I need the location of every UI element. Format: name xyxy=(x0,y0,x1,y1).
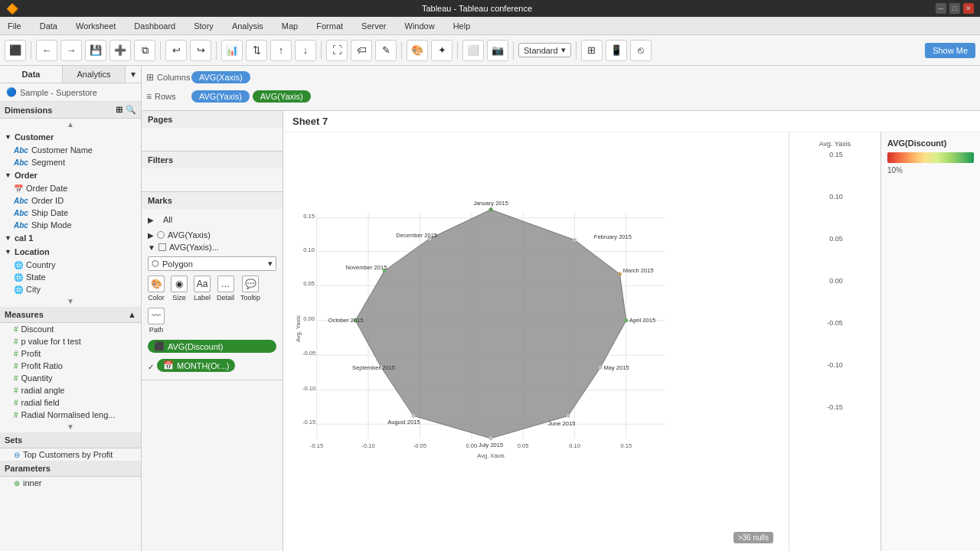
marks-polygon-dropdown[interactable]: ⬡ Polygon ▾ xyxy=(148,256,276,271)
view-button[interactable]: ⊞ xyxy=(581,40,603,61)
chart-type-button[interactable]: 📊 xyxy=(221,40,243,61)
marks-avg-yaxis-circle-label[interactable]: AVG(Yaxis) xyxy=(168,230,211,240)
abc-icon: Abc xyxy=(14,209,28,217)
menu-format[interactable]: Format xyxy=(312,20,348,32)
menu-file[interactable]: File xyxy=(3,20,26,32)
close-button[interactable]: ✕ xyxy=(963,3,974,14)
ship-date-field[interactable]: Abc Ship Date xyxy=(0,207,141,219)
annotate-button[interactable]: ✎ xyxy=(375,40,397,61)
sep7 xyxy=(513,41,514,60)
measures-section-header[interactable]: Measures ▲ xyxy=(0,307,141,323)
window-controls[interactable]: ─ □ ✕ xyxy=(936,3,974,14)
profit-field[interactable]: # Profit xyxy=(0,347,141,360)
show-me-button[interactable]: Show Me xyxy=(925,43,975,58)
camera-button[interactable]: 📷 xyxy=(487,40,508,61)
menu-worksheet[interactable]: Worksheet xyxy=(71,20,120,32)
frame-button[interactable]: ⬜ xyxy=(462,40,484,61)
polygon-arrow-icon: ▾ xyxy=(268,259,273,269)
null-badge[interactable]: >36 nulls xyxy=(733,532,773,543)
minimize-button[interactable]: ─ xyxy=(936,3,946,14)
customer-name-field[interactable]: Abc Customer Name xyxy=(0,144,141,156)
city-field[interactable]: 🌐 City xyxy=(0,283,141,295)
sep5 xyxy=(401,41,402,60)
redo-button[interactable]: ↪ xyxy=(190,40,211,61)
quantity-field[interactable]: # Quantity xyxy=(0,372,141,384)
menu-help[interactable]: Help xyxy=(449,20,475,32)
dimensions-section-header[interactable]: Dimensions ⊞ 🔍 xyxy=(0,102,141,119)
menu-analysis[interactable]: Analysis xyxy=(227,20,268,32)
dimensions-grid-icon[interactable]: ⊞ xyxy=(116,105,122,115)
undo-button[interactable]: ↩ xyxy=(165,40,187,61)
rows-pill-avg-yaxis-2[interactable]: AVG(Yaxis) xyxy=(253,90,311,103)
color-button[interactable]: 🎨 Color xyxy=(148,276,165,302)
panel-tab-arrow[interactable]: ▾ xyxy=(126,66,141,83)
measures-expand-icon[interactable]: ▲ xyxy=(128,310,136,319)
save-button[interactable]: 💾 xyxy=(85,40,106,61)
back-button[interactable]: ← xyxy=(36,40,57,61)
share-button[interactable]: ⎋ xyxy=(630,40,652,61)
profit-ratio-field[interactable]: # Profit Ratio xyxy=(0,360,141,372)
order-date-field[interactable]: 📅 Order Date xyxy=(0,182,141,194)
group-button[interactable]: ⛶ xyxy=(326,40,348,61)
radial-angle-field[interactable]: # radial angle xyxy=(0,384,141,396)
new-button[interactable]: ⬛ xyxy=(5,40,26,61)
detail-button[interactable]: … Detail xyxy=(217,276,234,302)
dimensions-search-icon[interactable]: 🔍 xyxy=(126,105,136,115)
maximize-button[interactable]: □ xyxy=(949,3,960,14)
menu-map[interactable]: Map xyxy=(277,20,302,32)
tooltip-button[interactable]: 💬 Tooltip xyxy=(240,276,260,302)
ship-date-label: Ship Date xyxy=(31,208,68,217)
tab-analytics[interactable]: Analytics xyxy=(63,66,126,83)
radial-field-field[interactable]: # radial field xyxy=(0,396,141,409)
size-button[interactable]: ◉ Size xyxy=(171,276,188,302)
path-button[interactable]: 〰 Path xyxy=(148,308,165,334)
scroll-down-measures[interactable]: ▼ xyxy=(0,421,141,432)
device-button[interactable]: 📱 xyxy=(606,40,627,61)
scroll-down-dimensions[interactable]: ▼ xyxy=(0,295,141,307)
label-button[interactable]: Aa Label xyxy=(194,276,211,302)
segment-field[interactable]: Abc Segment xyxy=(0,156,141,168)
order-group-header[interactable]: ▼ Order xyxy=(0,168,141,182)
radial-normalised-field[interactable]: # Radial Normalised leng... xyxy=(0,409,141,421)
color-button[interactable]: 🎨 xyxy=(407,40,428,61)
marks-avg-yaxis-square-label[interactable]: AVG(Yaxis)... xyxy=(169,243,219,252)
state-field[interactable]: 🌐 State xyxy=(0,271,141,283)
field-list: Dimensions ⊞ 🔍 ▲ ▼ Customer Abc Customer… xyxy=(0,102,141,551)
add-button[interactable]: ➕ xyxy=(109,40,131,61)
avg-discount-pill[interactable]: ⬛ AVG(Discount) xyxy=(148,340,276,353)
duplicate-button[interactable]: ⧉ xyxy=(134,40,155,61)
menu-dashboard[interactable]: Dashboard xyxy=(129,20,180,32)
menu-server[interactable]: Server xyxy=(357,20,390,32)
country-field[interactable]: 🌐 Country xyxy=(0,259,141,271)
ship-mode-field[interactable]: Abc Ship Mode xyxy=(0,219,141,231)
location-group-header[interactable]: ▼ Location xyxy=(0,245,141,259)
rows-pill-avg-yaxis-1[interactable]: AVG(Yaxis) xyxy=(191,90,250,103)
scroll-up[interactable]: ▲ xyxy=(0,119,141,130)
menu-data[interactable]: Data xyxy=(35,20,62,32)
p-value-field[interactable]: # p value for t test xyxy=(0,335,141,347)
forward-button[interactable]: → xyxy=(60,40,82,61)
inner-field[interactable]: ⊕ inner xyxy=(0,477,141,489)
discount-pill-icon: ⬛ xyxy=(154,341,165,351)
feb-2015-label: February 2015 xyxy=(594,233,632,240)
sort-desc-button[interactable]: ↓ xyxy=(295,40,316,61)
data-source-label[interactable]: 🔵 Sample - Superstore xyxy=(0,83,141,102)
highlight-button[interactable]: ✦ xyxy=(431,40,452,61)
discount-field[interactable]: # Discount xyxy=(0,323,141,335)
order-id-field[interactable]: Abc Order ID xyxy=(0,194,141,207)
tab-data[interactable]: Data xyxy=(0,66,63,83)
top-customers-field[interactable]: ⊖ Top Customers by Profit xyxy=(0,448,141,461)
parameters-section-header[interactable]: Parameters xyxy=(0,461,141,477)
sort-asc-button[interactable]: ↑ xyxy=(270,40,292,61)
label-button[interactable]: 🏷 xyxy=(351,40,372,61)
swap-button[interactable]: ⇅ xyxy=(246,40,267,61)
columns-pill-avg-xaxis[interactable]: AVG(Xaxis) xyxy=(191,71,250,83)
quantity-label: Quantity xyxy=(21,373,53,383)
menu-window[interactable]: Window xyxy=(400,20,439,32)
cal1-group-header[interactable]: ▼ cal 1 xyxy=(0,231,141,245)
menu-story[interactable]: Story xyxy=(189,20,218,32)
month-pill[interactable]: 📅 MONTH(Or...) xyxy=(157,359,235,372)
standard-dropdown[interactable]: Standard ▾ xyxy=(518,43,571,57)
customer-group-header[interactable]: ▼ Customer xyxy=(0,130,141,144)
sets-section-header[interactable]: Sets xyxy=(0,432,141,448)
